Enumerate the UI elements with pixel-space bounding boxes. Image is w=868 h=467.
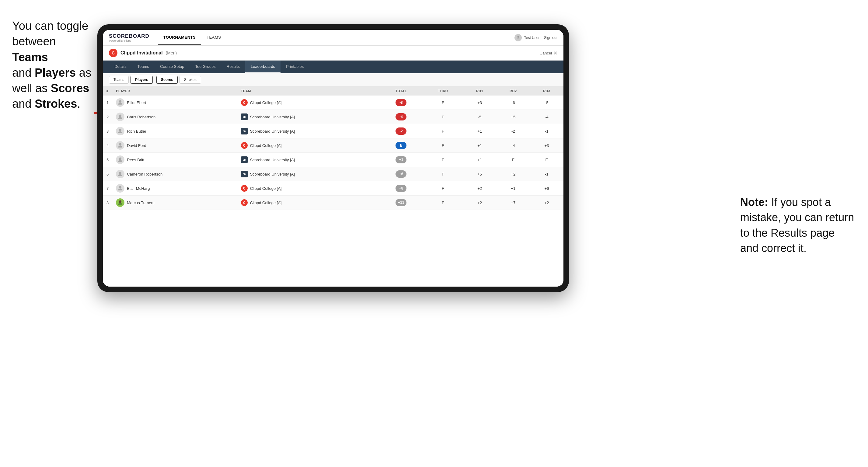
player-avatar: [116, 170, 124, 178]
tab-leaderboards[interactable]: Leaderboards: [245, 61, 280, 73]
tablet-screen: SCOREBOARD Powered by clippd TOURNAMENTS…: [103, 30, 563, 287]
toggle-players[interactable]: Players: [130, 76, 153, 84]
total-cell: +6: [379, 167, 423, 181]
tab-bar: Details Teams Course Setup Tee Groups Re…: [103, 61, 563, 73]
col-rd1: RD1: [463, 86, 497, 96]
toggle-scores[interactable]: Scores: [156, 76, 178, 84]
player-avatar: [116, 155, 124, 164]
player-avatar: [116, 98, 124, 107]
svg-point-9: [119, 200, 121, 203]
table-row: 2 Chris Robertson SB Scoreboard Universi…: [103, 110, 563, 124]
rd3-cell: +3: [530, 138, 563, 153]
rd3-cell: -1: [530, 167, 563, 181]
nav-links: TOURNAMENTS TEAMS: [158, 30, 227, 45]
col-player: PLAYER: [112, 86, 237, 96]
nav-link-tournaments[interactable]: TOURNAMENTS: [158, 30, 201, 45]
tournament-name: Clippd Invitational: [121, 50, 163, 56]
svg-point-3: [119, 115, 121, 117]
tab-printables[interactable]: Printables: [280, 61, 309, 73]
svg-point-6: [119, 158, 121, 160]
thru-cell: F: [423, 110, 463, 124]
nav-right: Test User | Sign out: [515, 34, 557, 41]
team-logo-scoreboard: SB: [241, 156, 248, 163]
rd3-cell: E: [530, 153, 563, 167]
player-cell: Cameron Robertson: [112, 167, 237, 181]
rank-cell: 4: [103, 138, 112, 153]
rd3-cell: -5: [530, 96, 563, 110]
player-avatar: [116, 127, 124, 135]
cancel-icon: ✕: [553, 50, 557, 56]
total-cell: +8: [379, 181, 423, 196]
cancel-button[interactable]: Cancel ✕: [540, 50, 557, 56]
thru-cell: F: [423, 167, 463, 181]
rank-cell: 1: [103, 96, 112, 110]
rank-cell: 8: [103, 196, 112, 210]
total-cell: +1: [379, 153, 423, 167]
top-nav: SCOREBOARD Powered by clippd TOURNAMENTS…: [103, 30, 563, 45]
left-annotation: You can toggle between Teams and Players…: [12, 18, 91, 112]
rank-cell: 2: [103, 110, 112, 124]
toggle-strokes[interactable]: Strokes: [180, 76, 201, 84]
team-cell: C Clippd College [A]: [237, 196, 379, 210]
rank-cell: 6: [103, 167, 112, 181]
team-cell: SB Scoreboard University [A]: [237, 153, 379, 167]
total-cell: -2: [379, 124, 423, 138]
col-rd3: RD3: [530, 86, 563, 96]
rd2-cell: -4: [497, 138, 530, 153]
tab-tee-groups[interactable]: Tee Groups: [190, 61, 221, 73]
rd2-cell: +2: [497, 167, 530, 181]
player-avatar: [116, 198, 124, 207]
player-cell: Rich Butler: [112, 124, 237, 138]
thru-cell: F: [423, 124, 463, 138]
svg-point-2: [119, 100, 121, 103]
logo-text: SCOREBOARD: [109, 33, 149, 39]
rd1-cell: +1: [463, 138, 497, 153]
table-row: 8 Marcus Turners C Clippd College [A] +1…: [103, 196, 563, 210]
right-annotation: Note: If you spot a mistake, you can ret…: [740, 195, 856, 256]
col-team: TEAM: [237, 86, 379, 96]
rd1-cell: +1: [463, 124, 497, 138]
team-logo-scoreboard: SB: [241, 114, 248, 120]
thru-cell: F: [423, 153, 463, 167]
player-cell: Blair McHarg: [112, 181, 237, 196]
user-label: Test User |: [524, 36, 541, 40]
nav-link-teams[interactable]: TEAMS: [201, 30, 226, 45]
total-cell: E: [379, 138, 423, 153]
thru-cell: F: [423, 196, 463, 210]
player-cell: David Ford: [112, 138, 237, 153]
logo-sub: Powered by clippd: [109, 39, 149, 42]
sign-out-link[interactable]: Sign out: [544, 36, 557, 40]
rd3-cell: -4: [530, 110, 563, 124]
team-cell: SB Scoreboard University [A]: [237, 124, 379, 138]
rd1-cell: +3: [463, 96, 497, 110]
team-cell: C Clippd College [A]: [237, 96, 379, 110]
thru-cell: F: [423, 181, 463, 196]
table-header-row: # PLAYER TEAM TOTAL THRU RD1 RD2 RD3: [103, 86, 563, 96]
player-cell: Chris Robertson: [112, 110, 237, 124]
team-logo-clippd: C: [241, 199, 248, 206]
total-cell: -8: [379, 96, 423, 110]
rd3-cell: +6: [530, 181, 563, 196]
rank-cell: 5: [103, 153, 112, 167]
svg-point-7: [119, 172, 121, 174]
table-row: 4 David Ford C Clippd College [A] E F +1…: [103, 138, 563, 153]
rd1-cell: +1: [463, 153, 497, 167]
thru-cell: F: [423, 138, 463, 153]
tab-results[interactable]: Results: [221, 61, 245, 73]
tab-details[interactable]: Details: [109, 61, 132, 73]
player-avatar: [116, 113, 124, 121]
team-cell: C Clippd College [A]: [237, 138, 379, 153]
rd2-cell: +7: [497, 196, 530, 210]
team-logo-clippd: C: [241, 185, 248, 192]
player-avatar: [116, 141, 124, 150]
player-avatar: [116, 184, 124, 193]
toggle-teams[interactable]: Teams: [109, 76, 129, 84]
tab-course-setup[interactable]: Course Setup: [155, 61, 190, 73]
tab-teams[interactable]: Teams: [132, 61, 155, 73]
rd2-cell: +5: [497, 110, 530, 124]
col-rank: #: [103, 86, 112, 96]
total-cell: +11: [379, 196, 423, 210]
logo-area: SCOREBOARD Powered by clippd: [109, 33, 149, 42]
team-logo-scoreboard: SB: [241, 128, 248, 134]
leaderboard-table: # PLAYER TEAM TOTAL THRU RD1 RD2 RD3 1: [103, 86, 563, 287]
